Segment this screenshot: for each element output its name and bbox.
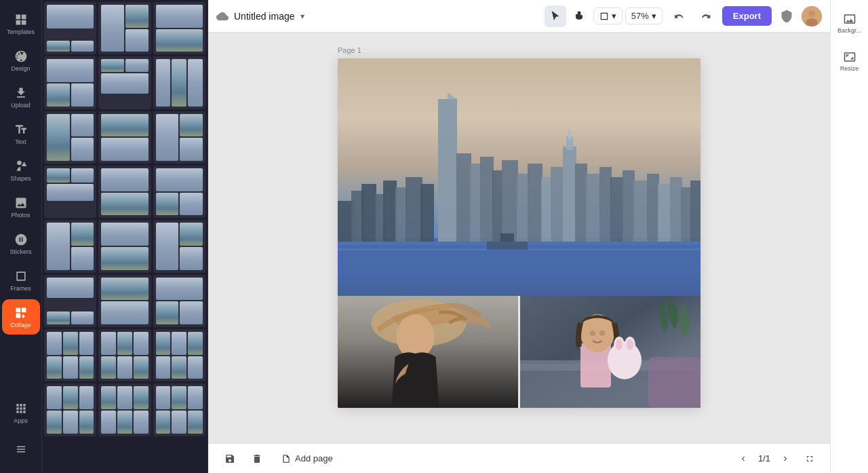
resize-icon xyxy=(844,51,856,63)
toolbar: Untitled image ▾ ▾ 57% ▾ xyxy=(208,0,830,33)
sidebar-item-text[interactable]: Text xyxy=(2,116,40,151)
toolbar-right: Export xyxy=(668,5,822,27)
sidebar-frames-label: Frames xyxy=(10,285,31,292)
sidebar-item-templates[interactable]: Templates xyxy=(2,6,40,41)
template-thumb-9[interactable] xyxy=(153,111,205,164)
sidebar-item-collage[interactable]: Collage xyxy=(2,299,40,335)
shield-icon[interactable] xyxy=(777,7,796,26)
hand-tool-btn[interactable] xyxy=(569,5,591,27)
template-thumb-24[interactable] xyxy=(153,383,205,436)
template-thumb-7[interactable] xyxy=(44,111,96,164)
right-panel: Backgr... Resize xyxy=(830,0,868,473)
add-page-btn[interactable]: Add page xyxy=(273,448,341,470)
template-thumb-19[interactable] xyxy=(44,329,96,381)
template-thumb-20[interactable] xyxy=(98,329,151,381)
frame-tool-btn[interactable]: ▾ xyxy=(593,7,623,24)
toolbar-center: ▾ 57% ▾ xyxy=(545,5,663,27)
zoom-dropdown-icon: ▾ xyxy=(652,11,656,21)
fullscreen-icon xyxy=(805,454,814,463)
title-dropdown-icon[interactable]: ▾ xyxy=(300,12,304,21)
sidebar-item-extra[interactable] xyxy=(2,432,40,467)
sidebar-item-shapes[interactable]: Shapes xyxy=(2,153,40,188)
template-thumb-3[interactable] xyxy=(153,2,205,54)
sidebar-item-apps[interactable]: Apps xyxy=(2,395,40,430)
svg-point-1 xyxy=(808,10,815,17)
template-thumb-15[interactable] xyxy=(153,220,205,272)
template-thumb-6[interactable] xyxy=(153,56,205,109)
svg-rect-17 xyxy=(456,153,471,242)
svg-rect-40 xyxy=(487,242,528,250)
sidebar-upload-label: Upload xyxy=(11,102,31,109)
template-thumb-21[interactable] xyxy=(153,329,205,381)
sidebar-item-upload[interactable]: Upload xyxy=(2,79,40,115)
template-thumb-16[interactable] xyxy=(44,275,96,327)
prev-icon xyxy=(738,454,748,463)
undo-icon xyxy=(673,11,684,22)
sidebar-item-stickers[interactable]: Stickers xyxy=(2,226,40,261)
template-thumb-14[interactable] xyxy=(98,220,151,272)
template-thumb-17[interactable] xyxy=(98,275,151,327)
sidebar-item-design[interactable]: Design xyxy=(2,43,40,78)
add-page-label: Add page xyxy=(295,453,333,463)
skyline-svg xyxy=(338,58,701,296)
delete-btn[interactable] xyxy=(246,448,268,470)
frame-icon xyxy=(599,12,609,21)
svg-rect-14 xyxy=(420,184,434,242)
svg-rect-41 xyxy=(500,233,514,242)
template-thumb-12[interactable] xyxy=(153,166,205,218)
template-thumb-4[interactable] xyxy=(44,56,96,109)
sidebar-photos-label: Photos xyxy=(11,212,30,219)
template-thumb-22[interactable] xyxy=(44,383,96,436)
panel-collapse-btn[interactable]: ◀ xyxy=(208,223,208,250)
toolbar-left: Untitled image ▾ xyxy=(216,10,539,22)
sidebar-templates-label: Templates xyxy=(7,29,35,35)
user-avatar[interactable] xyxy=(802,6,822,26)
redo-btn[interactable] xyxy=(695,5,717,27)
cloud-icon xyxy=(216,10,229,22)
template-thumb-5[interactable] xyxy=(98,56,151,109)
template-thumb-11[interactable] xyxy=(98,166,151,218)
background-icon xyxy=(844,13,856,25)
template-thumb-18[interactable] xyxy=(153,275,205,327)
sidebar-item-frames[interactable]: Frames xyxy=(2,263,40,298)
svg-rect-57 xyxy=(648,357,701,408)
svg-rect-39 xyxy=(690,181,701,242)
template-thumb-23[interactable] xyxy=(98,383,151,436)
page-counter: 1/1 xyxy=(758,453,770,463)
template-thumb-8[interactable] xyxy=(98,111,151,164)
template-grid xyxy=(42,0,208,438)
template-thumb-10[interactable] xyxy=(44,166,96,218)
export-btn[interactable]: Export xyxy=(722,6,772,26)
resize-btn-label: Resize xyxy=(840,65,859,72)
cloud-save-btn[interactable] xyxy=(216,10,229,22)
canvas-page[interactable] xyxy=(338,58,701,408)
apps-icon xyxy=(14,402,28,415)
svg-point-50 xyxy=(590,330,595,336)
template-thumb-2[interactable] xyxy=(98,2,151,54)
shield-svg xyxy=(780,10,793,23)
design-icon xyxy=(14,50,28,63)
main-content: Untitled image ▾ ▾ 57% ▾ xyxy=(208,0,830,473)
resize-btn[interactable]: Resize xyxy=(833,43,866,79)
background-btn-label: Backgr... xyxy=(837,27,861,34)
woman-image[interactable] xyxy=(338,296,518,408)
stickers-icon xyxy=(14,233,28,246)
sidebar-design-label: Design xyxy=(11,65,30,72)
background-btn[interactable]: Backgr... xyxy=(833,5,866,41)
fullscreen-btn[interactable] xyxy=(800,449,819,468)
girl-image[interactable] xyxy=(518,296,701,408)
city-skyline-image[interactable] xyxy=(338,58,701,296)
template-thumb-13[interactable] xyxy=(44,220,96,272)
pointer-tool-btn[interactable] xyxy=(545,5,566,27)
sidebar-text-label: Text xyxy=(15,138,26,145)
svg-rect-21 xyxy=(502,160,518,242)
undo-btn[interactable] xyxy=(668,5,690,27)
svg-rect-32 xyxy=(610,177,624,242)
document-title: Untitled image xyxy=(234,11,295,22)
save-btn[interactable] xyxy=(219,448,241,470)
template-thumb-1[interactable] xyxy=(44,2,96,54)
sidebar-item-photos[interactable]: Photos xyxy=(2,189,40,225)
next-page-btn[interactable] xyxy=(776,449,795,468)
zoom-control[interactable]: 57% ▾ xyxy=(625,7,663,24)
prev-page-btn[interactable] xyxy=(734,449,753,468)
